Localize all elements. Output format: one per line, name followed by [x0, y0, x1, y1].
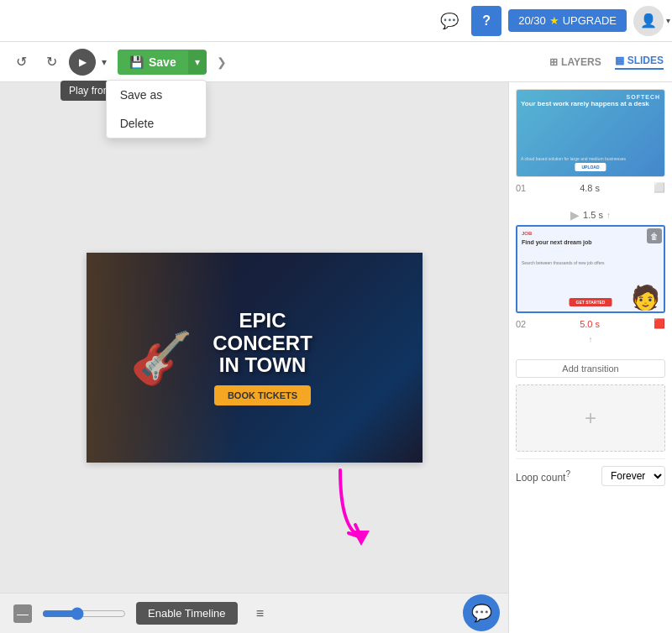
nav-arrow-button[interactable]: ❯ [212, 52, 232, 72]
slide2-logo: JOB [522, 231, 532, 236]
svg-marker-0 [353, 531, 370, 546]
save-as-item[interactable]: Save as [107, 81, 206, 109]
upgrade-button[interactable]: 20/30 ★ UPGRADE [508, 9, 627, 32]
undo-icon: ↺ [16, 54, 27, 70]
slides-label: SLIDES [627, 55, 664, 66]
timeline-bar: — Enable Timeline ≡ 💬 [0, 593, 508, 633]
loop-count-label: Loop count? [516, 469, 570, 484]
play-dropdown-icon: ▾ [102, 56, 107, 68]
concert-banner: 🎸 EPIC CONCERT IN TOWN BOOK TICKETS [87, 253, 423, 463]
save-label: Save [149, 55, 176, 69]
slide2-person-icon: 🧑 [631, 284, 660, 311]
slide-2-wrapper: JOB Find your next dream job Search betw… [516, 225, 665, 313]
play-button-group: ▶ ▾ Play from current slide [69, 49, 113, 76]
right-panel: SOFTECH Your best work rarely happens at… [508, 82, 672, 633]
timeline-minus-button[interactable]: — [13, 604, 32, 623]
slide-2-num: 02 [516, 319, 526, 329]
book-tickets-button[interactable]: BOOK TICKETS [214, 385, 311, 405]
redo-icon: ↻ [46, 54, 57, 70]
add-slide-button[interactable]: + [516, 385, 665, 452]
undo-button[interactable]: ↺ [8, 50, 34, 75]
minus-icon: — [17, 607, 29, 620]
star-icon: ★ [549, 14, 559, 27]
slides-icon: ▦ [615, 55, 624, 66]
play-dropdown-button[interactable]: ▾ [96, 49, 113, 76]
slide-1-thumbnail[interactable]: SOFTECH Your best work rarely happens at… [516, 89, 665, 177]
concert-title: EPIC CONCERT IN TOWN [213, 310, 312, 376]
add-slide-icon: + [585, 406, 596, 430]
slide-1-meta: 01 4.8 s ⬜ [516, 180, 665, 195]
save-button[interactable]: 💾 Save [118, 50, 188, 75]
slide-2-delete-button[interactable]: 🗑 [647, 228, 662, 243]
comment-icon: 💬 [440, 12, 459, 30]
layers-tab[interactable]: ⊞ LAYERS [549, 56, 601, 68]
avatar-button[interactable]: 👤 [633, 6, 664, 36]
slide1-sub: A cloud based solution for large and med… [521, 156, 660, 161]
slide-2-meta: 02 5.0 s 🟥 [516, 316, 665, 331]
loop-count-row: Loop count? Forever 1 2 3 5 [516, 458, 665, 493]
canvas-area: 🎸 EPIC CONCERT IN TOWN BOOK TICKETS [0, 82, 508, 633]
slide-1-wrapper: SOFTECH Your best work rarely happens at… [516, 89, 665, 177]
slide-2-thumbnail[interactable]: JOB Find your next dream job Search betw… [516, 225, 665, 313]
align-button[interactable]: ≡ [248, 601, 273, 626]
slide-1-bg: SOFTECH Your best work rarely happens at… [517, 90, 664, 176]
layers-label: LAYERS [561, 56, 601, 68]
slide2-sub: Search between thousands of new job offe… [522, 260, 659, 265]
slide-2-time: 5.0 s [580, 319, 600, 329]
slide-2-red-icon[interactable]: 🟥 [654, 318, 665, 329]
layers-icon: ⊞ [549, 56, 558, 68]
transition-play-icon: ▶ [570, 208, 580, 222]
add-transition-button[interactable]: Add transition [516, 359, 665, 378]
save-button-group: 💾 Save ▾ Save as Delete [118, 50, 207, 75]
slide-1-time: 4.8 s [580, 183, 600, 193]
enable-timeline-button[interactable]: Enable Timeline [136, 602, 238, 625]
save-arrow-icon: ▾ [195, 56, 200, 68]
second-toolbar: ↺ ↻ ▶ ▾ Play from current slide 💾 Save ▾… [0, 42, 672, 82]
help-icon: ? [482, 13, 491, 29]
slide1-headline: Your best work rarely happens at a desk [521, 100, 660, 108]
slide2-headline: Find your next dream job [522, 239, 659, 246]
top-toolbar: 💬 ? 20/30 ★ UPGRADE 👤 [0, 0, 672, 42]
redo-button[interactable]: ↻ [39, 50, 64, 75]
slide-1-settings-icon[interactable]: ⬜ [654, 182, 665, 193]
upgrade-count: 20/30 [518, 14, 546, 27]
transition-up-icon: ↑ [606, 211, 611, 220]
slide-canvas: 🎸 EPIC CONCERT IN TOWN BOOK TICKETS [87, 253, 423, 463]
comment-icon-button[interactable]: 💬 [434, 6, 465, 36]
slides-tab[interactable]: ▦ SLIDES [615, 55, 664, 70]
slide1-logo: SOFTECH [627, 94, 660, 100]
timeline-slider[interactable] [42, 607, 126, 620]
upgrade-label: UPGRADE [563, 14, 617, 27]
slide-1-num: 01 [516, 183, 526, 193]
slide-2-container: JOB Find your next dream job Search betw… [516, 225, 665, 346]
loop-count-help-icon[interactable]: ? [565, 469, 570, 479]
play-button[interactable]: ▶ [69, 49, 96, 76]
nav-arrow-icon: ❯ [217, 55, 227, 69]
chat-button[interactable]: 💬 [463, 594, 500, 631]
transition-area: ▶ 1.5 s ↑ [516, 205, 665, 225]
save-icon: 💾 [129, 55, 144, 69]
delete-item[interactable]: Delete [107, 109, 206, 138]
play-icon: ▶ [79, 56, 87, 68]
main-area: 🎸 EPIC CONCERT IN TOWN BOOK TICKETS [0, 82, 672, 633]
save-dropdown-toggle[interactable]: ▾ [188, 50, 207, 74]
concert-text-block: EPIC CONCERT IN TOWN BOOK TICKETS [213, 310, 312, 405]
align-icon: ≡ [256, 606, 264, 621]
avatar-icon: 👤 [640, 13, 657, 29]
slides-panel-content: SOFTECH Your best work rarely happens at… [509, 82, 672, 633]
slide2-transition-down-icon: ↑ [589, 335, 593, 344]
slide-2-bg: JOB Find your next dream job Search betw… [517, 227, 664, 311]
help-button[interactable]: ? [471, 6, 501, 36]
arrow-annotation [323, 462, 391, 566]
chat-icon: 💬 [471, 603, 492, 623]
guitar-icon: 🎸 [130, 328, 193, 388]
transition-time: 1.5 s [583, 210, 603, 220]
slide1-button: UPLOAD [575, 163, 606, 171]
slide2-button: GET STARTED [570, 298, 612, 306]
loop-count-select[interactable]: Forever 1 2 3 5 [601, 466, 665, 486]
save-dropdown-menu: Save as Delete [106, 80, 207, 139]
slide-1-container: SOFTECH Your best work rarely happens at… [516, 89, 665, 195]
